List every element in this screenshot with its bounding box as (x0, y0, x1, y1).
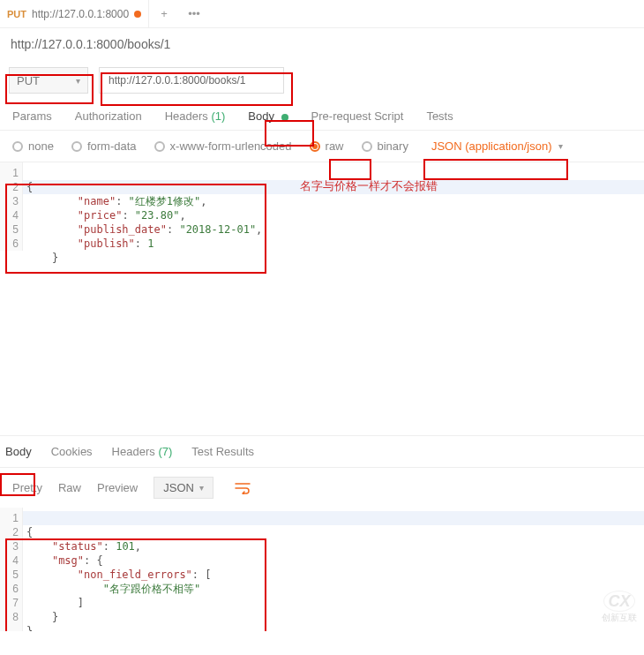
headers-count: (1) (211, 109, 225, 123)
response-subtabs: Body Cookies Headers (7) Test Results (0, 436, 644, 468)
tab-title: http://127.0.0.1:8000/books/ (32, 8, 129, 20)
tab-prerequest[interactable]: Pre-request Script (311, 109, 404, 123)
pretty-button[interactable]: Pretty (12, 481, 42, 494)
tab-menu-button[interactable]: ••• (179, 7, 209, 20)
request-body-editor[interactable]: 1 2 3 4 5 6 { "name": "红楼梦1修改", "price":… (0, 162, 644, 436)
tab-params[interactable]: Params (12, 109, 52, 123)
response-toolbar: Pretty Raw Preview JSON ▾ (0, 468, 644, 508)
resp-tab-cookies[interactable]: Cookies (51, 445, 93, 458)
resp-tab-body[interactable]: Body (5, 445, 32, 458)
tab-authorization[interactable]: Authorization (75, 109, 142, 123)
response-body-viewer[interactable]: 1 2 3 4 5 6 7 8 { "status": 101, "msg": … (0, 508, 644, 631)
new-tab-button[interactable]: + (149, 7, 179, 20)
response-type-select[interactable]: JSON ▾ (154, 477, 213, 499)
unsaved-dot-icon (134, 11, 141, 18)
preview-button[interactable]: Preview (97, 481, 138, 494)
radio-form-data[interactable]: form-data (71, 139, 137, 153)
tab-bar: PUT http://127.0.0.1:8000/books/ + ••• (0, 0, 644, 28)
code-content: { "name": "红楼梦1修改", "price": "23.80", "p… (26, 166, 262, 265)
wrap-lines-button[interactable] (229, 478, 256, 499)
watermark-text: 创新互联 (602, 612, 637, 624)
code-content: { "status": 101, "msg": { "non_field_err… (26, 511, 212, 631)
content-type-select[interactable]: JSON (application/json) ▾ (426, 139, 569, 153)
line-gutter: 1 2 3 4 5 6 (0, 162, 23, 251)
watermark-logo-icon: CX (603, 591, 635, 612)
chevron-down-icon: ▾ (199, 483, 204, 493)
chevron-down-icon: ▾ (558, 141, 563, 151)
radio-none[interactable]: none (12, 139, 54, 153)
tab-headers[interactable]: Headers (1) (165, 109, 226, 123)
request-tab[interactable]: PUT http://127.0.0.1:8000/books/ (0, 0, 149, 27)
radio-raw[interactable]: raw (310, 139, 344, 153)
radio-binary[interactable]: binary (362, 139, 408, 153)
method-select[interactable]: PUT ▾ (9, 67, 88, 94)
content-type-value: JSON (application/json) (431, 139, 552, 153)
radio-xwww[interactable]: x-www-form-urlencoded (154, 139, 292, 153)
request-title: http://127.0.0.1:8000/books/1 (0, 28, 644, 60)
resp-headers-count: (7) (158, 445, 172, 458)
request-subtabs: Params Authorization Headers (1) Body Pr… (0, 101, 644, 131)
request-row: PUT ▾ http://127.0.0.1:8000/books/1 (0, 60, 644, 101)
tab-tests[interactable]: Tests (426, 109, 453, 123)
resp-tab-headers[interactable]: Headers (7) (112, 445, 173, 458)
line-gutter: 1 2 3 4 5 6 7 8 (0, 508, 23, 631)
body-type-row: none form-data x-www-form-urlencoded raw… (0, 131, 644, 162)
watermark: CX 创新互联 (602, 591, 637, 624)
method-select-value: PUT (17, 74, 40, 87)
line-wrap-icon (235, 482, 251, 494)
annotation-text: 名字与价格一样才不会报错 (300, 178, 438, 194)
chevron-down-icon: ▾ (76, 76, 80, 86)
resp-tab-test-results[interactable]: Test Results (191, 445, 254, 458)
tab-method: PUT (7, 9, 26, 19)
url-input[interactable]: http://127.0.0.1:8000/books/1 (99, 67, 284, 94)
raw-button[interactable]: Raw (58, 481, 81, 494)
url-input-value: http://127.0.0.1:8000/books/1 (109, 74, 245, 87)
tab-body[interactable]: Body (248, 109, 288, 123)
body-indicator-icon (281, 114, 288, 121)
